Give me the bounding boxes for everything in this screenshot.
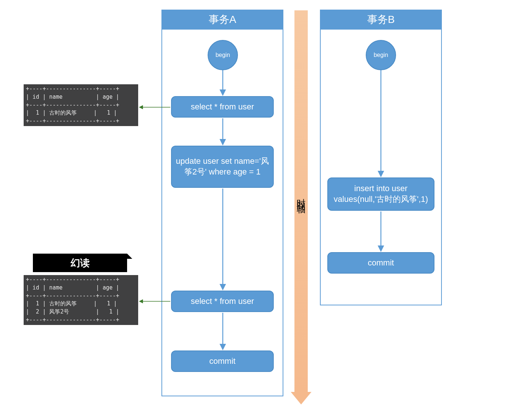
begin-circle-b: begin bbox=[366, 40, 396, 70]
tx-b-step-commit: commit bbox=[327, 252, 434, 274]
begin-circle-a: begin bbox=[208, 40, 238, 70]
phantom-read-fold-icon bbox=[127, 254, 132, 259]
transaction-b-header: 事务B bbox=[320, 10, 442, 30]
tx-b-step-insert: insert into user values(null,'古时的风筝',1) bbox=[327, 177, 434, 211]
timeline-label: 时间轴 bbox=[297, 168, 305, 224]
tx-a-step-update: update user set name='风筝2号' where age = … bbox=[171, 146, 274, 188]
tx-a-step-select-1: select * from user bbox=[171, 96, 274, 118]
result-table-1: +----+---------------+-----+ | id | name… bbox=[24, 84, 138, 126]
transaction-a-header: 事务A bbox=[161, 10, 283, 30]
result-table-2: +----+---------------+-----+ | id | name… bbox=[24, 275, 138, 325]
tx-a-step-select-2: select * from user bbox=[171, 291, 274, 312]
phantom-read-title: 幻读 bbox=[33, 254, 127, 272]
tx-a-step-commit: commit bbox=[171, 350, 274, 372]
timeline-arrow-head bbox=[291, 392, 311, 404]
